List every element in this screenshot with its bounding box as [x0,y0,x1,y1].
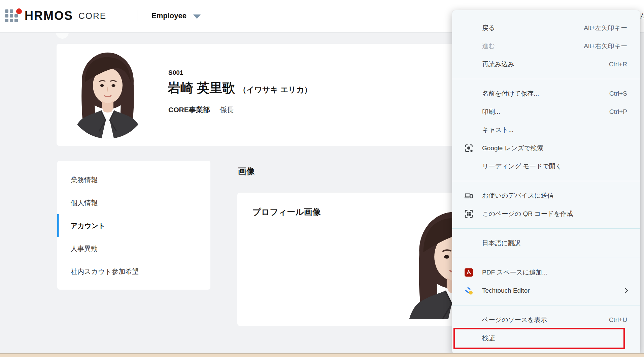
employee-name-kana: （イワサキ エリカ） [239,85,312,94]
menu-shortcut: Alt+右矢印キー [584,42,627,51]
pdf-acrobat-icon [464,268,473,277]
sidebar-item-internal-scout[interactable]: 社内スカウト参加希望 [57,260,210,283]
browser-context-menu: 戻る Alt+左矢印キー 進む Alt+右矢印キー 再読み込み Ctrl+R 名… [452,10,640,354]
menu-item-label: Google レンズで検索 [482,144,543,153]
menu-shortcut: Ctrl+P [609,108,627,116]
employee-code: S001 [168,69,183,76]
sidebar-item-label: 個人情報 [71,199,98,206]
qr-code-icon [464,209,473,219]
sidebar-item-label: 社内スカウト参加希望 [71,268,139,275]
menu-item-forward[interactable]: 進む Alt+右矢印キー [452,37,640,55]
hrmos-logo[interactable]: HRMOS CORE [5,9,106,23]
bottom-edge-strip [0,353,644,357]
menu-item-label: 進む [482,42,495,51]
employee-department: CORE事業部 [168,106,210,113]
menu-item-print[interactable]: 印刷... Ctrl+P [452,103,640,121]
chevron-down-icon [193,14,201,19]
menu-item-cast[interactable]: キャスト... [452,121,640,139]
menu-item-label: 検証 [482,334,495,343]
menu-item-translate[interactable]: 日本語に翻訳 [452,234,640,252]
employee-name: 岩崎 英里歌 [168,81,235,95]
menu-item-back[interactable]: 戻る Alt+左矢印キー [452,19,640,37]
profile-nav-sidebar: 業務情報 個人情報 アカウント 人事異動 社内スカウト参加希望 [57,161,210,290]
menu-item-add-to-pdf-space[interactable]: PDF スペースに追加... [452,263,640,282]
profile-image-label: プロフィール画像 [252,206,321,218]
menu-item-google-lens[interactable]: Google レンズで検索 [452,139,640,157]
menu-item-label: お使いのデバイスに送信 [482,191,554,200]
sidebar-item-account[interactable]: アカウント [57,214,210,237]
menu-item-techtouch-editor[interactable]: Techtouch Editor [452,282,640,300]
menu-item-label: 戻る [482,24,495,32]
sidebar-item-label: 人事異動 [71,245,98,252]
sidebar-item-hr-transfer[interactable]: 人事異動 [57,237,210,260]
submenu-arrow-icon [624,288,628,294]
employee-menu[interactable]: Employee [151,11,201,20]
menu-item-label: ページのソースを表示 [482,316,547,324]
menu-item-label: 名前を付けて保存... [482,89,539,98]
menu-item-reading-mode[interactable]: リーディング モードで開く [452,157,640,175]
sidebar-item-business-info[interactable]: 業務情報 [57,168,210,191]
menu-shortcut: Ctrl+U [609,316,627,324]
menu-separator [452,305,640,305]
header-divider [137,10,137,21]
menu-shortcut: Ctrl+R [609,61,627,68]
employee-menu-label: Employee [151,11,187,20]
employee-photo [66,48,150,139]
menu-item-view-source[interactable]: ページのソースを表示 Ctrl+U [452,311,640,329]
brand-name: HRMOS [25,9,73,23]
menu-separator [452,258,640,258]
menu-item-label: このページの QR コードを作成 [482,209,573,218]
section-heading-image: 画像 [238,166,255,177]
menu-separator [452,79,640,79]
techtouch-icon [464,286,473,295]
product-name: CORE [78,9,106,23]
menu-item-create-qr[interactable]: このページの QR コードを作成 [452,205,640,223]
active-indicator-bar [57,214,59,237]
menu-item-send-to-devices[interactable]: お使いのデバイスに送信 [452,187,640,205]
google-lens-icon [464,144,473,153]
menu-item-label: 日本語に翻訳 [482,239,520,248]
menu-item-label: キャスト... [482,126,514,134]
menu-item-inspect[interactable]: 検証 [452,329,640,347]
menu-item-reload[interactable]: 再読み込み Ctrl+R [452,55,640,73]
menu-separator [452,181,640,181]
menu-item-label: 印刷... [482,107,500,116]
sidebar-item-label: アカウント [71,222,105,229]
menu-item-label: PDF スペースに追加... [482,268,547,277]
sidebar-item-label: 業務情報 [71,176,98,184]
menu-shortcut: Alt+左矢印キー [584,24,627,32]
menu-item-label: リーディング モードで開く [482,162,562,171]
hrmos-logo-icon [5,9,21,23]
sidebar-item-personal-info[interactable]: 個人情報 [57,191,210,214]
menu-separator [452,228,640,229]
employee-job-title: 係長 [219,106,234,113]
menu-shortcut: Ctrl+S [609,90,627,97]
menu-item-label: Techtouch Editor [482,287,530,294]
logo-red-dot [16,8,22,14]
menu-item-save-as[interactable]: 名前を付けて保存... Ctrl+S [452,85,640,103]
send-to-devices-icon [464,191,473,200]
menu-item-label: 再読み込み [482,60,514,69]
